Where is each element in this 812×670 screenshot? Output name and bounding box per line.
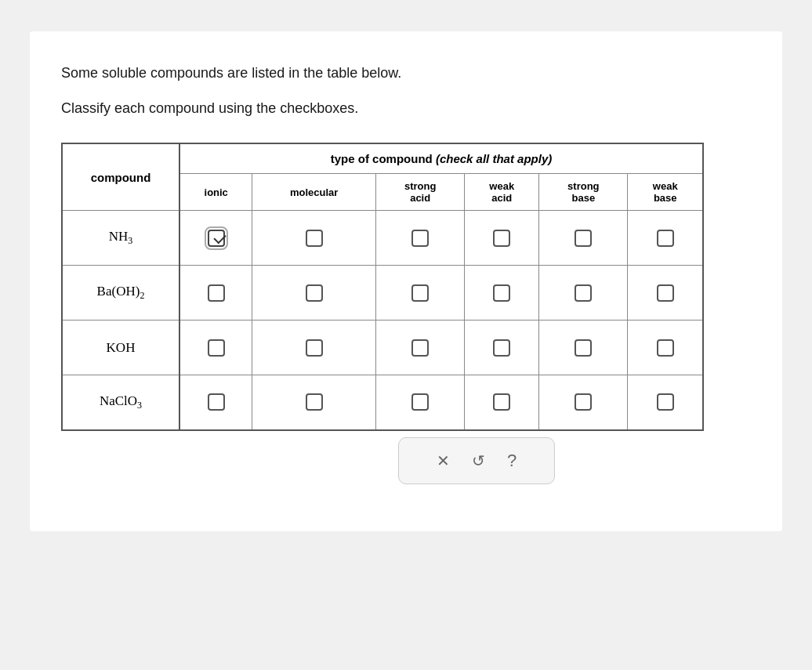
checkbox-weak-acid-row1[interactable]	[493, 284, 510, 302]
cell-ionic	[179, 266, 252, 321]
checkbox-weak-acid-row0[interactable]	[493, 230, 510, 247]
table-row: Ba(OH)2	[62, 266, 703, 321]
table-row: KOH	[62, 321, 703, 375]
undo-button[interactable]: ↺	[469, 448, 488, 473]
checkbox-strong-base-row1[interactable]	[575, 284, 592, 302]
intro-line1: Some soluble compounds are listed in the…	[61, 63, 751, 84]
cell-ionic	[179, 375, 252, 430]
close-icon: ✕	[437, 451, 450, 470]
checkbox-strong-acid-row0[interactable]	[411, 230, 429, 247]
compound-column-header: compound	[62, 143, 179, 211]
table-row: NH3	[62, 211, 703, 266]
checkbox-molecular-row2[interactable]	[306, 339, 323, 357]
col-strong-base: strongbase	[539, 174, 628, 211]
col-ionic: ionic	[179, 174, 252, 211]
checkbox-weak-base-row2[interactable]	[657, 339, 674, 357]
compound-cell: NH3	[62, 211, 179, 266]
table-row: NaClO3	[62, 375, 703, 430]
cell-molecular	[252, 266, 376, 321]
cell-ionic	[179, 321, 252, 375]
checkbox-molecular-row1[interactable]	[306, 284, 323, 302]
col-weak-base: weakbase	[628, 174, 703, 211]
compound-name: KOH	[107, 340, 136, 355]
checkbox-ionic-row0[interactable]	[208, 230, 225, 247]
cell-strong-acid	[376, 375, 465, 430]
checkbox-weak-acid-row3[interactable]	[493, 393, 510, 411]
checkbox-strong-base-row0[interactable]	[575, 230, 592, 247]
close-button[interactable]: ✕	[433, 448, 453, 473]
action-bar: ✕ ↺ ?	[398, 437, 555, 484]
compound-name: NH3	[109, 229, 133, 244]
compound-cell: NaClO3	[62, 375, 179, 430]
checkbox-strong-base-row2[interactable]	[575, 339, 592, 357]
cell-weak-acid	[465, 375, 539, 430]
intro-line2: Classify each compound using the checkbo…	[61, 98, 751, 119]
cell-strong-acid	[376, 211, 465, 266]
help-icon: ?	[507, 451, 517, 471]
checkbox-molecular-row3[interactable]	[306, 393, 323, 411]
col-weak-acid: weakacid	[465, 174, 539, 211]
table-wrapper: compound type of compound (check all tha…	[61, 143, 751, 484]
checkbox-molecular-row0[interactable]	[306, 230, 323, 247]
page-container: Some soluble compounds are listed in the…	[30, 31, 782, 531]
compound-name: Ba(OH)2	[97, 284, 145, 299]
checkbox-weak-base-row0[interactable]	[657, 230, 674, 247]
cell-weak-acid	[465, 266, 539, 321]
cell-weak-acid	[465, 211, 539, 266]
checkbox-weak-base-row3[interactable]	[657, 393, 674, 411]
checkbox-ionic-row2[interactable]	[208, 339, 225, 357]
cell-strong-base	[539, 321, 628, 375]
cell-molecular	[252, 321, 376, 375]
cell-weak-base	[628, 321, 703, 375]
cell-strong-acid	[376, 321, 465, 375]
classification-table: compound type of compound (check all tha…	[61, 143, 704, 431]
cell-weak-base	[628, 266, 703, 321]
cell-strong-base	[539, 375, 628, 430]
cell-weak-acid	[465, 321, 539, 375]
checkbox-strong-acid-row2[interactable]	[411, 339, 429, 357]
help-button[interactable]: ?	[504, 447, 520, 474]
undo-icon: ↺	[472, 451, 485, 470]
col-strong-acid: strongacid	[376, 174, 465, 211]
col-molecular: molecular	[252, 174, 376, 211]
cell-ionic	[179, 211, 252, 266]
compound-cell: Ba(OH)2	[62, 266, 179, 321]
cell-weak-base	[628, 211, 703, 266]
compound-cell: KOH	[62, 321, 179, 375]
type-column-header: type of compound (check all that apply)	[179, 143, 703, 174]
cell-strong-acid	[376, 266, 465, 321]
compound-name: NaClO3	[100, 393, 142, 408]
cell-molecular	[252, 375, 376, 430]
checkbox-weak-base-row1[interactable]	[657, 284, 674, 302]
checkbox-weak-acid-row2[interactable]	[493, 339, 510, 357]
cell-strong-base	[539, 211, 628, 266]
cell-weak-base	[628, 375, 703, 430]
checkbox-strong-acid-row3[interactable]	[411, 393, 429, 411]
cell-strong-base	[539, 266, 628, 321]
checkbox-strong-acid-row1[interactable]	[411, 284, 429, 302]
checkbox-ionic-row1[interactable]	[208, 284, 225, 302]
cell-molecular	[252, 211, 376, 266]
checkbox-ionic-row3[interactable]	[208, 393, 225, 411]
checkbox-strong-base-row3[interactable]	[575, 393, 592, 411]
